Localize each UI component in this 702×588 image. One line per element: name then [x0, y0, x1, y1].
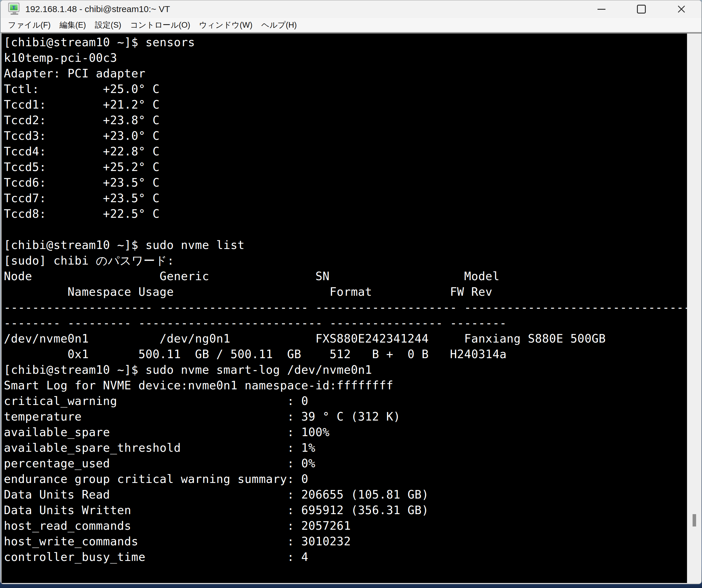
menu-edit[interactable]: 編集(E): [55, 20, 90, 30]
monitor-icon: T: [8, 3, 19, 12]
menu-setup[interactable]: 設定(S): [90, 20, 126, 30]
terminal-line: percentage_used : 0%: [4, 456, 687, 471]
minimize-icon: [597, 9, 605, 10]
terminal-line: Smart Log for NVME device:nvme0n1 namesp…: [4, 378, 687, 393]
terminal-line: Tctl: +25.0° C: [4, 81, 687, 97]
terminal-line: 0x1 500.11 GB / 500.11 GB 512 B + 0 B H2…: [4, 346, 687, 362]
terminal-line: controller_busy_time : 4: [4, 549, 687, 565]
monitor-base: [11, 13, 18, 15]
terminal-line: endurance group critical warning summary…: [4, 471, 687, 487]
terminal-line: Tccd4: +22.8° C: [4, 144, 687, 159]
terminal-line: [chibi@stream10 ~]$ sudo nvme list: [4, 237, 687, 253]
desktop: { "window": { "title": "192.168.1.48 - c…: [0, 0, 702, 588]
terminal-line: Tccd3: +23.0° C: [4, 128, 687, 144]
terminal-line: Tccd6: +23.5° C: [4, 175, 687, 191]
terminal-line: Tccd8: +22.5° C: [4, 206, 687, 222]
teraterm-app-icon[interactable]: T: [8, 3, 21, 16]
terminal-line: Tccd2: +23.8° C: [4, 112, 687, 128]
terminal-line: k10temp-pci-00c3: [4, 50, 687, 66]
menu-help[interactable]: ヘルプ(H): [257, 20, 301, 30]
menu-window[interactable]: ウィンドウ(W): [195, 20, 257, 30]
teraterm-window: T 192.168.1.48 - chibi@stream10:~ VT ファイ…: [0, 0, 702, 584]
terminal-line: Tccd5: +25.2° C: [4, 159, 687, 175]
terminal-client: [chibi@stream10 ~]$ sensors k10temp-pci-…: [1, 32, 701, 584]
terminal-line: Tccd7: +23.5° C: [4, 191, 687, 206]
terminal-line: [4, 222, 687, 237]
minimize-button[interactable]: [581, 0, 621, 18]
window-title: 192.168.1.48 - chibi@stream10:~ VT: [25, 4, 170, 14]
menu-bar: ファイル(F) 編集(E) 設定(S) コントロール(O) ウィンドウ(W) ヘ…: [1, 18, 701, 32]
terminal-line: Data Units Read : 206655 (105.81 GB): [4, 487, 687, 502]
terminal-line: host_read_commands : 2057261: [4, 518, 687, 534]
terminal-line: Node Generic SN Model: [4, 268, 687, 284]
terminal-line: Namespace Usage Format FW Rev: [4, 284, 687, 300]
terminal-line: [sudo] chibi のパスワード:: [4, 253, 687, 268]
menu-control[interactable]: コントロール(O): [126, 20, 195, 30]
terminal-line: --------------------- ------------------…: [4, 300, 687, 315]
terminal-line: available_spare_threshold : 1%: [4, 440, 687, 456]
terminal-line: host_write_commands : 3010232: [4, 534, 687, 549]
terminal-line: Adapter: PCI adapter: [4, 66, 687, 81]
close-button[interactable]: [661, 0, 701, 18]
terminal-line: Tccd1: +21.2° C: [4, 97, 687, 112]
terminal-line: [chibi@stream10 ~]$ sudo nvme smart-log …: [4, 362, 687, 378]
terminal-line: critical_warning : 0: [4, 393, 687, 409]
terminal-line: Data Units Written : 695912 (356.31 GB): [4, 502, 687, 518]
maximize-icon: [637, 5, 646, 13]
terminal-line: [chibi@stream10 ~]$ sensors: [4, 34, 687, 50]
maximize-button[interactable]: [621, 0, 661, 18]
terminal-line: temperature : 39 ° C (312 K): [4, 409, 687, 425]
title-bar[interactable]: T 192.168.1.48 - chibi@stream10:~ VT: [1, 0, 701, 18]
terminal-line: available_spare : 100%: [4, 425, 687, 440]
close-icon: [677, 5, 686, 13]
terminal-line: /dev/nvme0n1 /dev/ng0n1 FXS880E242341244…: [4, 331, 687, 346]
window-controls: [581, 0, 701, 18]
terminal-line: -------- --------- ---------------------…: [4, 315, 687, 331]
vertical-scrollbar[interactable]: [687, 33, 701, 583]
terminal-letter-icon: T: [9, 4, 18, 11]
menu-file[interactable]: ファイル(F): [4, 20, 55, 30]
terminal-screen[interactable]: [chibi@stream10 ~]$ sensors k10temp-pci-…: [1, 33, 687, 583]
scrollbar-thumb[interactable]: [693, 514, 696, 526]
